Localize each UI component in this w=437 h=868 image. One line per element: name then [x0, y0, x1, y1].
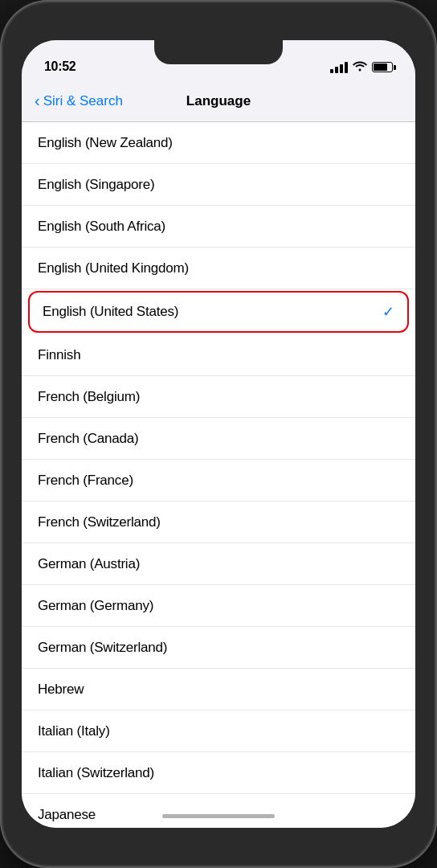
list-item[interactable]: German (Austria)	[22, 543, 415, 585]
language-label: English (United States)	[43, 304, 178, 320]
language-label: English (Singapore)	[38, 177, 155, 193]
signal-bar-4	[345, 62, 348, 73]
chevron-left-icon: ‹	[35, 92, 40, 108]
list-item[interactable]: Japanese	[22, 794, 415, 828]
phone-screen: 10:52	[22, 40, 415, 828]
checkmark-icon: ✓	[382, 303, 394, 321]
language-label: English (New Zealand)	[38, 135, 173, 151]
signal-bar-1	[330, 69, 333, 73]
list-item[interactable]: German (Germany)	[22, 585, 415, 627]
list-item[interactable]: Hebrew	[22, 669, 415, 710]
status-time: 10:52	[44, 59, 76, 74]
language-label: Italian (Switzerland)	[38, 765, 154, 781]
list-item[interactable]: French (Switzerland)	[22, 502, 415, 543]
language-label: French (Canada)	[38, 431, 139, 447]
language-label: English (United Kingdom)	[38, 260, 189, 276]
list-item[interactable]: French (Belgium)	[22, 376, 415, 418]
language-label: Japanese	[38, 807, 96, 823]
list-item[interactable]: English (Singapore)	[22, 164, 415, 206]
list-item-selected[interactable]: English (United States) ✓	[28, 291, 409, 333]
language-label: Italian (Italy)	[38, 723, 110, 739]
language-label: Hebrew	[38, 682, 84, 698]
language-list-section: English (New Zealand) English (Singapore…	[22, 122, 415, 828]
phone-frame: 10:52	[0, 0, 437, 868]
nav-header: ‹ Siri & Search Language	[22, 80, 415, 122]
language-label: French (Switzerland)	[38, 514, 161, 530]
signal-bar-2	[335, 67, 338, 73]
list-item[interactable]: German (Switzerland)	[22, 627, 415, 669]
page-title: Language	[186, 93, 251, 109]
language-label: German (Germany)	[38, 598, 153, 614]
language-label: Finnish	[38, 347, 80, 363]
list-item[interactable]: English (United Kingdom)	[22, 248, 415, 289]
language-label: French (France)	[38, 473, 133, 489]
status-icons	[330, 60, 393, 74]
language-list: English (New Zealand) English (Singapore…	[22, 122, 415, 828]
list-item[interactable]: French (Canada)	[22, 418, 415, 460]
list-item[interactable]: English (South Africa)	[22, 206, 415, 248]
back-button[interactable]: ‹ Siri & Search	[35, 93, 123, 109]
language-label: French (Belgium)	[38, 389, 140, 405]
signal-bar-3	[340, 64, 343, 73]
notch	[154, 40, 283, 64]
wifi-icon	[353, 60, 367, 74]
list-item[interactable]: English (New Zealand)	[22, 122, 415, 164]
list-item[interactable]: Finnish	[22, 334, 415, 376]
list-item[interactable]: Italian (Switzerland)	[22, 752, 415, 794]
language-label: German (Austria)	[38, 556, 140, 572]
list-item[interactable]: Italian (Italy)	[22, 710, 415, 752]
language-label: English (South Africa)	[38, 219, 165, 235]
signal-bars-icon	[330, 62, 348, 73]
battery-icon	[372, 62, 393, 72]
home-indicator[interactable]	[162, 814, 275, 818]
language-label: German (Switzerland)	[38, 640, 167, 656]
battery-fill	[374, 63, 387, 71]
back-label: Siri & Search	[43, 93, 123, 109]
list-item[interactable]: French (France)	[22, 460, 415, 502]
